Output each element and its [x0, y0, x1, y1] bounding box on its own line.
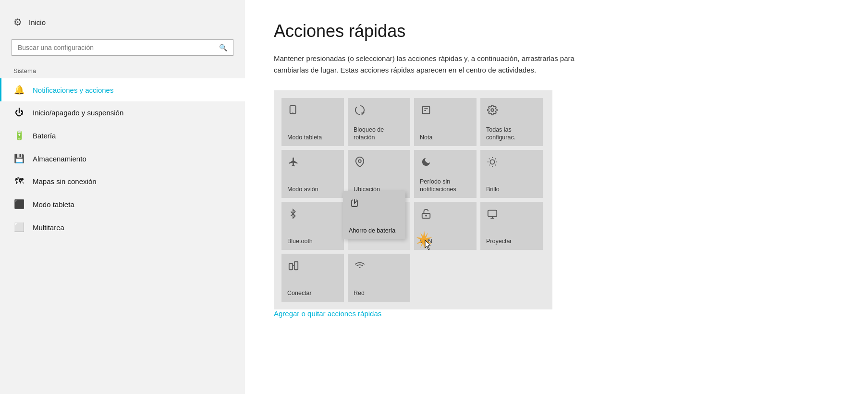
tile-label: Bloqueo de rotación — [354, 126, 404, 142]
svg-point-7 — [490, 160, 494, 164]
nav-item-label: Notificaciones y acciones — [33, 86, 113, 94]
svg-rect-21 — [289, 263, 293, 270]
tile-floating-ahorro[interactable]: Ahorro de batería — [343, 191, 405, 239]
tablet-tile-icon — [288, 105, 299, 118]
svg-point-5 — [491, 109, 494, 111]
add-remove-link[interactable]: Agregar o quitar acciones rápidas — [274, 309, 381, 318]
tile-bloqueo-rotacion[interactable]: Bloqueo de rotación — [348, 98, 410, 146]
connect-tile-icon — [288, 260, 299, 273]
svg-rect-18 — [488, 210, 497, 217]
sidebar-inicio-label: Inicio — [29, 18, 46, 26]
settings-tile-icon — [487, 105, 498, 118]
nav-item-label: Almacenamiento — [33, 155, 86, 163]
project-tile-icon — [487, 209, 498, 222]
bluetooth-tile-icon — [288, 209, 298, 222]
tile-label: Nota — [420, 134, 432, 141]
tile-nota[interactable]: Nota — [414, 98, 477, 146]
airplane-tile-icon — [288, 157, 299, 170]
svg-line-10 — [489, 159, 489, 159]
tile-label: Todas las configurac. — [486, 126, 537, 142]
rotation-tile-icon — [355, 105, 365, 118]
map-icon: 🗺 — [13, 176, 25, 186]
power-icon: ⏻ — [13, 108, 25, 118]
nav-item-label: Batería — [33, 132, 56, 140]
sidebar-item-notificaciones[interactable]: 🔔 Notificaciones y acciones — [0, 78, 245, 101]
tile-label: Conectar — [287, 289, 312, 297]
svg-point-1 — [293, 112, 293, 113]
tile-periodo-notif[interactable]: Período sin notificaciones — [414, 150, 477, 198]
location-tile-icon — [355, 157, 365, 170]
tile-label: Modo avión — [287, 185, 318, 193]
tile-modo-tableta[interactable]: Modo tableta — [281, 98, 344, 146]
battery-save-tile-icon — [350, 198, 359, 211]
battery-icon: 🔋 — [13, 130, 25, 141]
tile-todas-config[interactable]: Todas las configurac. — [480, 98, 543, 146]
gear-icon: ⚙ — [13, 16, 22, 28]
nav-item-label: Modo tableta — [33, 200, 74, 209]
brightness-tile-icon — [487, 157, 498, 170]
search-box[interactable]: 🔍 — [12, 39, 233, 56]
tile-ubicacion[interactable]: Ubicación — [348, 150, 410, 198]
tile-conectar[interactable]: Conectar — [281, 254, 344, 302]
nav-item-label: Mapas sin conexión — [33, 177, 97, 185]
sidebar-item-multitarea[interactable]: ⬜ Multitarea — [0, 216, 245, 239]
svg-line-11 — [495, 165, 496, 165]
sidebar-item-inicio[interactable]: ⚙ Inicio — [0, 10, 245, 35]
svg-point-17 — [426, 215, 427, 216]
tile-brillo[interactable]: Brillo — [480, 150, 543, 198]
page-title: Acciones rápidas — [274, 21, 839, 41]
search-input[interactable] — [18, 44, 219, 51]
tile-label: VPN — [420, 237, 432, 245]
multitask-icon: ⬜ — [13, 222, 25, 233]
tile-vpn[interactable]: VPN — [414, 202, 477, 250]
storage-icon: 💾 — [13, 153, 25, 164]
nav-item-label: Multitarea — [33, 223, 64, 232]
sidebar: ⚙ Inicio 🔍 Sistema 🔔 Notificaciones y ac… — [0, 0, 245, 394]
svg-point-6 — [358, 160, 361, 162]
page-description: Mantener presionadas (o seleccionar) las… — [274, 53, 610, 76]
tile-label: Bluetooth — [287, 237, 313, 245]
tile-label: Proyectar — [486, 237, 512, 245]
tile-label: Período sin notificaciones — [420, 178, 471, 194]
quick-actions-grid: Modo tableta Bloqueo de rotación Nota To… — [274, 90, 552, 309]
tile-bluetooth[interactable]: Bluetooth — [281, 202, 344, 250]
svg-rect-22 — [294, 262, 298, 270]
sidebar-item-almacenamiento[interactable]: 💾 Almacenamiento — [0, 147, 245, 170]
svg-line-14 — [489, 165, 489, 165]
search-icon: 🔍 — [219, 44, 227, 51]
tile-modo-avion[interactable]: Modo avión — [281, 150, 344, 198]
tile-label: Red — [354, 289, 365, 297]
tile-proyectar[interactable]: Proyectar — [480, 202, 543, 250]
main-content: Acciones rápidas Mantener presionadas (o… — [245, 0, 868, 394]
vpn-tile-icon — [421, 209, 431, 222]
notification-icon: 🔔 — [13, 85, 25, 95]
sidebar-item-mapas[interactable]: 🗺 Mapas sin conexión — [0, 170, 245, 193]
tile-label: Brillo — [486, 185, 500, 193]
tile-red[interactable]: Red — [348, 254, 410, 302]
sidebar-item-inicio-apagado[interactable]: ⏻ Inicio/apagado y suspensión — [0, 101, 245, 124]
tile-label: Modo tableta — [287, 134, 322, 141]
section-label: Sistema — [0, 64, 245, 78]
moon-tile-icon — [421, 157, 431, 170]
wifi-tile-icon — [355, 260, 365, 273]
floating-tile-label: Ahorro de batería — [349, 227, 395, 234]
tablet-icon: ⬛ — [13, 199, 25, 209]
svg-line-15 — [495, 159, 496, 159]
sidebar-item-bateria[interactable]: 🔋 Batería — [0, 124, 245, 147]
note-tile-icon — [421, 105, 431, 118]
nav-item-label: Inicio/apagado y suspensión — [33, 109, 123, 117]
sidebar-item-modo-tableta[interactable]: ⬛ Modo tableta — [0, 193, 245, 216]
